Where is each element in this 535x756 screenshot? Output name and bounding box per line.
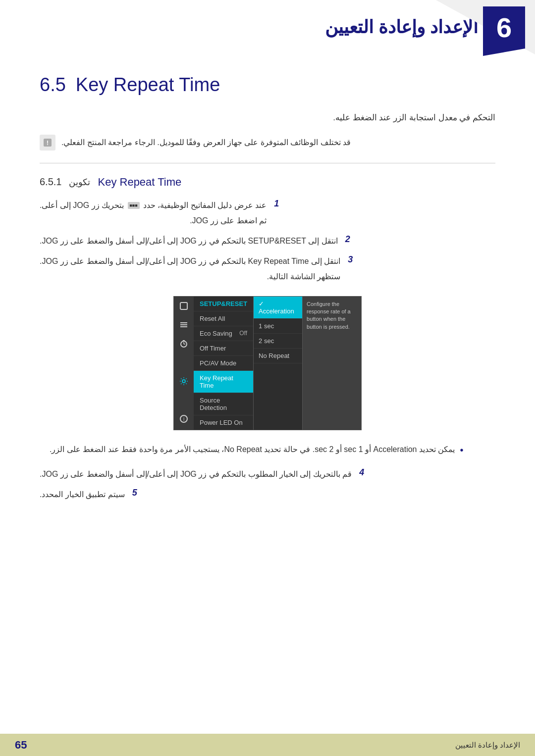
menu-item-led-label: Power LED On [200,419,243,426]
step-1-text: عند عرض دليل المفاتيح الوظيفية، حدد ■■■ … [40,199,267,212]
step-4: 4 قم بالتحريك إلى الخيار المطلوب بالتحكم… [40,467,495,481]
bullet-text: يمكن تحديد Acceleration أو sec 1 أو sec … [50,443,455,456]
subsection-number: 6.5.1 [40,176,61,188]
submenu-item-accel[interactable]: ✓ Acceleration [254,297,302,319]
submenu-item-2sec[interactable]: 2 sec [254,334,302,349]
chapter-number: 6 [496,11,512,44]
menu-screenshot: i SETUP&RESET Reset All Eco Saving Off O… [40,296,495,430]
footer-chapter-title: الإعداد وإعادة التعيين [455,741,520,750]
subsection-title-arabic: تكوين [69,177,90,188]
bullet-dot: • [460,443,463,457]
bullet-section: • يمكن تحديد Acceleration أو sec 1 أو se… [40,443,495,457]
menu-item-pcav[interactable]: PC/AV Mode [194,356,253,371]
chapter-header: الإعداد وإعادة التعيين 6 [0,0,535,54]
submenu-accel-label: ✓ Acceleration [259,300,294,315]
submenu-item-1sec[interactable]: 1 sec [254,319,302,334]
menu-item-eco-value: Off [239,330,247,337]
menu-item-source[interactable]: Source Detection [194,393,253,415]
note-icon: ! [40,135,55,151]
note-text: قد تختلف الوظائف المتوفرة على جهاز العرض… [61,138,351,147]
icon-reset [174,297,194,315]
section-number: 6.5 [40,74,66,96]
footer-page-number: 65 [15,739,27,752]
icon-pcav [174,353,194,372]
step-1-subtext: ثم اضغط على زر JOG. [40,214,267,227]
menu-header: SETUP&RESET [194,297,253,311]
section-title-en: Key Repeat Time [76,74,220,96]
icon-timer [174,334,194,353]
icon-source [174,391,194,409]
step-4-text: قم بالتحريك إلى الخيار المطلوب بالتحكم ف… [40,467,352,481]
submenu-item-norepeat[interactable]: No Repeat [254,349,302,363]
menu-item-reset-label: Reset All [200,315,225,322]
step-2: 2 انتقل إلى SETUP&RESET بالتحكم في زر JO… [40,234,495,248]
step-1: 1 عند عرض دليل المفاتيح الوظيفية، حدد ■■… [40,199,495,227]
menu-item-timer[interactable]: Off Timer [194,341,253,356]
menu-item-keyrepeat-label: Key Repeat Time [200,374,247,389]
icon-eco [174,315,194,334]
menu-labels-col: SETUP&RESET Reset All Eco Saving Off Off… [194,297,253,430]
menu-icons-col: i [174,297,194,430]
menu-header-text: SETUP&RESET [200,300,247,307]
step-3-number: 3 [348,254,358,265]
chapter-number-box: 6 [483,6,525,49]
page-footer: 65 الإعداد وإعادة التعيين [0,734,535,756]
step-1-number: 1 [274,199,284,209]
menu-item-eco[interactable]: Eco Saving Off [194,326,253,341]
bullet-item: • يمكن تحديد Acceleration أو sec 1 أو se… [50,443,485,457]
icon-info: i [174,409,194,428]
menu-item-reset[interactable]: Reset All [194,311,253,326]
steps-container: 1 عند عرض دليل المفاتيح الوظيفية، حدد ■■… [40,199,495,284]
svg-text:i: i [183,416,184,422]
menu-item-keyrepeat[interactable]: Key Repeat Time [194,371,253,393]
steps-container-continued: 4 قم بالتحريك إلى الخيار المطلوب بالتحكم… [40,467,495,501]
step-3-text: انتقل إلى Key Repeat Time بالتحكم في زر … [40,254,340,268]
step-4-number: 4 [359,467,369,478]
submenu-2sec-label: 2 sec [259,337,274,345]
section-description: التحكم في معدل استجابة الزر عند الضغط عل… [40,110,495,126]
submenu-col: ✓ Acceleration 1 sec 2 sec No Repeat [253,297,302,430]
step-5: 5 سيتم تطبيق الخيار المحدد. [40,488,495,501]
section-divider [40,163,495,163]
svg-point-10 [182,380,185,383]
note-box: قد تختلف الوظائف المتوفرة على جهاز العرض… [40,135,495,151]
svg-rect-2 [180,302,187,309]
step-3-subtext: ستظهر الشاشة التالية. [40,270,340,283]
step-2-number: 2 [345,234,355,245]
submenu-norepeat-label: No Repeat [259,352,289,359]
chapter-title: الإعداد وإعادة التعيين [325,17,478,38]
step-5-number: 5 [132,488,142,498]
subsection-heading: Key Repeat Time تكوين 6.5.1 [40,176,495,189]
menu-tooltip: Configure the response rate of a button … [302,297,361,430]
step-3: 3 انتقل إلى Key Repeat Time بالتحكم في ز… [40,254,495,283]
menu-container: i SETUP&RESET Reset All Eco Saving Off O… [173,296,362,430]
jog-icon-inline: ■■■ [128,202,140,209]
menu-item-eco-label: Eco Saving [200,330,232,337]
svg-text:!: ! [47,140,49,147]
step-5-text: سيتم تطبيق الخيار المحدد. [40,488,125,501]
menu-item-pcav-label: PC/AV Mode [200,359,236,367]
tooltip-text: Configure the response rate of a button … [307,301,351,330]
step-2-text: انتقل إلى SETUP&RESET بالتحكم في زر JOG … [40,234,338,248]
main-content: Key Repeat Time 6.5 التحكم في معدل استجا… [0,54,535,528]
icon-gear [174,372,194,391]
menu-item-timer-label: Off Timer [200,345,226,352]
section-heading: Key Repeat Time 6.5 [40,74,495,96]
menu-item-source-label: Source Detection [200,397,247,411]
subsection-title-en: Key Repeat Time [98,176,181,189]
menu-item-led[interactable]: Power LED On [194,415,253,430]
submenu-1sec-label: 1 sec [259,322,274,330]
